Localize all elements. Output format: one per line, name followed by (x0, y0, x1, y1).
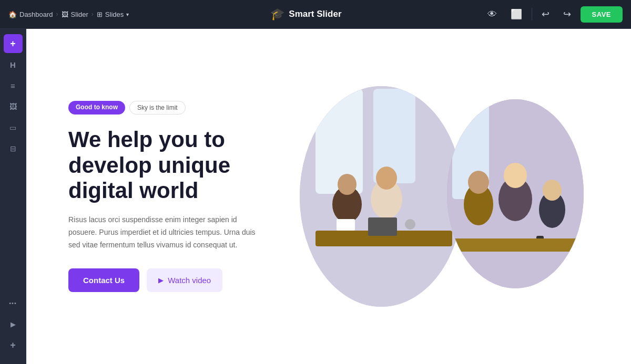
slider-icon: 🖼 (62, 11, 68, 18)
sidebar-item-add[interactable]: + (4, 34, 23, 53)
add-icon: + (10, 38, 16, 49)
svg-rect-3 (316, 89, 363, 194)
svg-point-12 (405, 219, 415, 230)
sidebar-item-table[interactable]: ⊟ (4, 139, 23, 158)
video-play-icon: ▶ (158, 276, 164, 284)
responsive-button[interactable]: ⬜ (506, 6, 526, 22)
undo-button[interactable]: ↩ (537, 6, 554, 22)
sidebar-item-play[interactable]: ▶ (4, 315, 23, 334)
slide-canvas: Good to know Sky is the limit We help yo… (26, 29, 631, 364)
svg-rect-22 (447, 238, 584, 252)
sidebar-item-list[interactable]: ≡ (4, 76, 23, 95)
image-icon: 🖼 (9, 102, 17, 111)
redo-button[interactable]: ↪ (559, 6, 575, 22)
tag-good-to-know: Good to know (68, 101, 125, 115)
sidebar-item-heading[interactable]: H (4, 55, 23, 74)
svg-point-18 (504, 163, 527, 188)
heading-line1: We help you to (68, 127, 225, 152)
heading-line3: digital world (68, 178, 198, 203)
watch-video-button[interactable]: ▶ Watch video (147, 268, 222, 292)
circle-2-image (447, 99, 584, 288)
circle-1-image (300, 84, 463, 309)
logo-text: Smart Slider (289, 9, 341, 19)
sidebar-item-more[interactable]: ••• (4, 294, 23, 313)
svg-point-9 (376, 167, 397, 190)
more-icon: ••• (9, 300, 17, 306)
top-nav-actions: 👁 ⬜ ↩ ↪ SAVE (483, 6, 623, 23)
logo: 🎓 Smart Slider (270, 7, 341, 21)
eye-button[interactable]: 👁 (483, 7, 501, 22)
main-layout: + H ≡ 🖼 ▭ ⊟ ••• ▶ + (0, 29, 631, 364)
sidebar-bottom: ••• ▶ + (4, 294, 23, 359)
svg-point-20 (543, 180, 562, 201)
svg-rect-10 (368, 217, 397, 236)
save-button[interactable]: SAVE (581, 6, 623, 23)
image-circles-svg (289, 84, 594, 309)
tag-group: Good to know Sky is the limit (68, 101, 289, 115)
sidebar-item-image[interactable]: 🖼 (4, 97, 23, 116)
heading-icon: H (10, 60, 16, 69)
logo-icon: 🎓 (270, 7, 284, 21)
svg-point-16 (468, 171, 489, 194)
breadcrumb-sep-1: › (56, 11, 58, 18)
contact-us-button[interactable]: Contact Us (68, 268, 139, 292)
svg-rect-4 (373, 89, 415, 183)
breadcrumb-sep-2: › (91, 11, 94, 18)
slide-heading: We help you to develop unique digital wo… (68, 127, 289, 203)
watch-video-label: Watch video (168, 276, 211, 285)
sidebar-item-add-bottom[interactable]: + (4, 336, 23, 355)
breadcrumb-dashboard[interactable]: 🏠 Dashboard (8, 11, 53, 18)
top-nav: 🏠 Dashboard › 🖼 Slider › ⊞ Slides ▾ 🎓 Sm… (0, 0, 631, 29)
sidebar: + H ≡ 🖼 ▭ ⊟ ••• ▶ + (0, 29, 26, 364)
slides-dropdown-arrow: ▾ (126, 12, 129, 17)
slide-left-content: Good to know Sky is the limit We help yo… (68, 101, 289, 292)
list-icon: ≡ (11, 81, 15, 90)
slide-right-images (289, 84, 599, 309)
dashboard-icon: 🏠 (8, 11, 17, 18)
breadcrumb-slides[interactable]: ⊞ Slides ▾ (97, 11, 129, 18)
heading-line2: develop unique (68, 153, 230, 178)
add-bottom-icon: + (10, 340, 16, 351)
nav-divider (532, 8, 532, 20)
breadcrumb: 🏠 Dashboard › 🖼 Slider › ⊞ Slides ▾ (8, 11, 129, 18)
slide-buttons: Contact Us ▶ Watch video (68, 268, 289, 292)
table-icon: ⊟ (10, 144, 16, 153)
svg-point-7 (338, 174, 357, 195)
slide-body-text: Risus lacus orci suspendisse enim intege… (68, 214, 258, 251)
button-icon: ▭ (9, 123, 16, 132)
slides-icon: ⊞ (97, 11, 103, 18)
tag-sky-limit: Sky is the limit (129, 101, 186, 115)
play-icon: ▶ (11, 320, 16, 328)
svg-rect-11 (337, 219, 355, 231)
sidebar-item-button[interactable]: ▭ (4, 118, 23, 137)
breadcrumb-slider[interactable]: 🖼 Slider (62, 11, 88, 18)
